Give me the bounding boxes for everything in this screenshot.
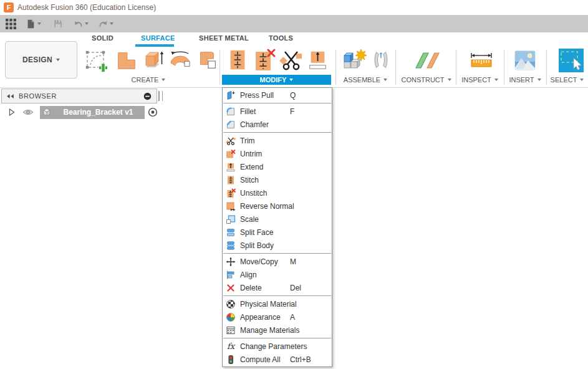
new-component-button[interactable] <box>340 47 369 74</box>
browser-header: BROWSER <box>1 89 157 103</box>
panel-insert-label: INSERT <box>509 76 534 84</box>
menu-item-label: Stitch <box>240 176 259 184</box>
menu-item-chamfer[interactable]: Chamfer <box>223 118 332 131</box>
construct-plane-button[interactable] <box>413 47 441 74</box>
menu-item-manage-materials[interactable]: Manage Materials <box>223 323 332 337</box>
joint-button[interactable] <box>369 47 393 74</box>
manage-materials-icon <box>225 325 236 335</box>
menu-item-press-pull[interactable]: Press Pull Q <box>223 89 332 102</box>
expand-arrow-icon[interactable] <box>9 108 15 116</box>
browser-root-row[interactable]: Bearing_Bracket v1 <box>9 105 158 119</box>
menu-item-trim[interactable]: Trim <box>223 134 332 147</box>
panel-inspect[interactable]: INSPECT <box>456 75 504 85</box>
delete-icon <box>225 283 236 293</box>
physical-material-icon <box>225 299 236 309</box>
menu-item-fillet[interactable]: Fillet F <box>223 105 332 118</box>
panel-separator <box>219 50 220 85</box>
panel-construct-caret-icon <box>448 79 451 81</box>
panel-create-label: CREATE <box>132 76 159 84</box>
menu-item-stitch[interactable]: Stitch <box>223 173 332 186</box>
redo-icon[interactable] <box>97 18 108 29</box>
move-copy-icon <box>225 257 236 267</box>
revolve-button[interactable] <box>167 47 193 74</box>
menu-item-extend[interactable]: Extend <box>223 160 332 173</box>
workspace-selector[interactable]: DESIGN <box>5 41 77 79</box>
panel-assemble[interactable]: ASSEMBLE <box>335 75 395 85</box>
construct-plane-icon <box>413 48 441 73</box>
menu-item-label: Scale <box>240 215 259 224</box>
file-menu-caret-icon[interactable] <box>36 18 42 29</box>
panel-resize-grip[interactable] <box>158 91 163 101</box>
panel-insert[interactable]: INSERT <box>504 75 546 85</box>
extend-button[interactable] <box>305 47 331 74</box>
create-sketch-button[interactable] <box>84 47 110 74</box>
panel-modify[interactable]: MODIFY <box>222 75 331 85</box>
trim-button[interactable] <box>278 47 304 74</box>
menu-item-appearance[interactable]: Appearance A <box>223 310 332 323</box>
menu-item-shortcut: M <box>290 257 296 266</box>
tab-tools[interactable]: TOOLS <box>269 34 293 46</box>
undo-icon[interactable] <box>72 18 84 29</box>
file-icon[interactable] <box>25 18 36 29</box>
menu-item-untrim[interactable]: Untrim <box>223 147 332 160</box>
active-tab-underline <box>135 44 174 47</box>
menu-item-label: Extend <box>240 163 263 171</box>
minus-circle-icon <box>143 92 152 100</box>
visibility-eye-icon[interactable] <box>22 108 34 116</box>
unstitch-button[interactable] <box>251 47 277 74</box>
menu-item-compute-all[interactable]: Compute All Ctrl+B <box>223 353 332 366</box>
tab-sheet-metal[interactable]: SHEET METAL <box>199 34 249 46</box>
quick-access-toolbar: Bearing_ <box>0 15 588 32</box>
split-face-icon <box>225 228 236 237</box>
insert-button[interactable] <box>512 47 538 74</box>
tab-solid[interactable]: SOLID <box>92 34 113 46</box>
undo-menu-caret-icon[interactable] <box>84 18 90 29</box>
panel-construct[interactable]: CONSTRUCT <box>397 75 456 85</box>
component-name: Bearing_Bracket v1 <box>52 108 145 117</box>
menu-item-change-parameters[interactable]: fx Change Parameters <box>223 340 332 353</box>
menu-item-label: Split Face <box>240 228 273 237</box>
fusion360-window: F Autodesk Fusion 360 (Education License… <box>0 0 588 369</box>
menu-item-unstitch[interactable]: Unstitch <box>223 186 332 199</box>
panel-modify-label: MODIFY <box>260 76 287 84</box>
menu-item-split-face[interactable]: Split Face <box>223 226 332 239</box>
trim-ribbon-icon <box>279 48 304 73</box>
menu-item-reverse-normal[interactable]: Reverse Normal <box>223 199 332 213</box>
align-icon <box>225 270 236 280</box>
redo-menu-caret-icon[interactable] <box>108 18 115 29</box>
panel-select-caret-icon <box>580 79 584 81</box>
panel-create-caret-icon <box>161 79 165 81</box>
menu-item-scale[interactable]: Scale <box>223 213 332 226</box>
measure-button[interactable] <box>467 47 496 74</box>
menu-item-label: Unstitch <box>240 189 267 198</box>
revolve-icon <box>168 48 193 73</box>
activate-component-radio-icon[interactable] <box>148 107 158 117</box>
menu-item-split-body[interactable]: Split Body <box>223 239 332 252</box>
menu-item-align[interactable]: Align <box>223 268 332 281</box>
menu-item-delete[interactable]: Delete Del <box>223 281 332 294</box>
ribbon: DESIGN SOLID SURFACE SHEET METAL TOOLS C… <box>0 32 588 88</box>
patch-button[interactable] <box>113 47 140 74</box>
browser-root-item[interactable]: Bearing_Bracket v1 <box>40 106 145 119</box>
title-bar: F Autodesk Fusion 360 (Education License… <box>0 0 588 15</box>
offset-icon <box>196 49 219 72</box>
unstitch-ribbon-icon <box>252 48 277 73</box>
app-grid-icon[interactable] <box>5 18 16 29</box>
browser-collapse-button[interactable] <box>143 92 152 100</box>
stitch-button[interactable] <box>225 47 251 74</box>
browser-title: BROWSER <box>19 92 57 100</box>
press-pull-icon <box>225 90 236 100</box>
panel-select[interactable]: SELECT <box>546 75 588 85</box>
select-button[interactable] <box>556 47 586 74</box>
extend-ribbon-icon <box>306 49 330 72</box>
menu-item-label: Compute All <box>240 355 281 364</box>
panel-insert-caret-icon <box>537 79 541 81</box>
menu-item-move-copy[interactable]: Move/Copy M <box>223 255 332 268</box>
offset-button[interactable] <box>195 47 221 74</box>
panel-create[interactable]: CREATE <box>111 75 186 85</box>
menu-item-physical-material[interactable]: Physical Material <box>223 297 332 310</box>
split-body-icon <box>225 241 236 251</box>
extrude-button[interactable] <box>141 47 167 74</box>
save-icon[interactable] <box>52 18 64 29</box>
collapse-panel-icon[interactable] <box>6 93 14 99</box>
